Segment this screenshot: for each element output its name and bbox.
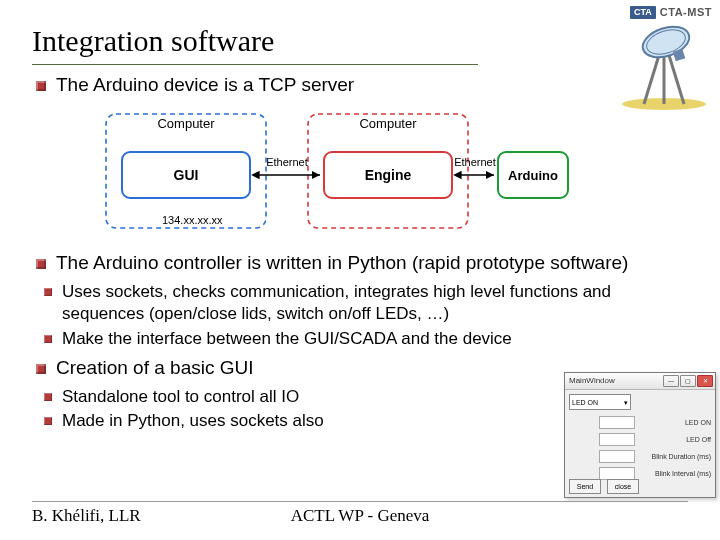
diagram-ethernet-2: Ethernet [454, 156, 496, 168]
diagram-engine-label: Engine [365, 167, 412, 183]
gui-field-3 [599, 450, 635, 463]
brand-tag: CTA [630, 6, 656, 19]
gui-body: LED ON ▾ LED ON LED Off Blink Duration (… [565, 390, 715, 488]
bullet-2-sub-1: Uses sockets, checks communication, inte… [44, 281, 684, 325]
minimize-icon: — [663, 375, 679, 387]
footer-center: ACTL WP - Geneva [251, 506, 470, 526]
architecture-diagram: Computer Computer GUI Engine Arduino Eth… [102, 110, 572, 235]
gui-screenshot: MainWindow — ▢ ✕ LED ON ▾ LED ON LED Off… [564, 372, 716, 498]
gui-row-4: Blink Interval (ms) [639, 470, 711, 477]
brand-text: CTA-MST [660, 7, 712, 18]
footer: B. Khélifi, LLR ACTL WP - Geneva [32, 506, 688, 526]
diagram-gui-label: GUI [174, 167, 199, 183]
gui-row-1: LED ON [639, 419, 711, 426]
gui-window-title: MainWindow [567, 377, 662, 385]
footer-rule [32, 501, 688, 502]
diagram-computer-right: Computer [359, 116, 417, 131]
diagram-arduino-label: Arduino [508, 168, 558, 183]
close-icon: ✕ [697, 375, 713, 387]
bullet-2: The Arduino controller is written in Pyt… [36, 251, 684, 276]
telescope-illustration [614, 24, 714, 112]
diagram-ethernet-1: Ethernet [266, 156, 308, 168]
diagram-ip: 134.xx.xx.xx [162, 214, 223, 226]
bullet-2-sub-2: Make the interface between the GUI/SCADA… [44, 328, 684, 350]
bullet-1: The Arduino device is a TCP server [36, 73, 684, 98]
gui-row-2: LED Off [639, 436, 711, 443]
gui-titlebar: MainWindow — ▢ ✕ [565, 373, 715, 390]
title-underline [32, 64, 478, 65]
gui-field-2 [599, 433, 635, 446]
brand-logo: CTA CTA-MST [630, 6, 712, 19]
gui-row-3: Blink Duration (ms) [639, 453, 711, 460]
gui-combo: LED ON ▾ [569, 394, 631, 410]
maximize-icon: ▢ [680, 375, 696, 387]
gui-field-1 [599, 416, 635, 429]
footer-right [469, 506, 688, 526]
slide-title: Integration software [32, 18, 688, 60]
footer-left: B. Khélifi, LLR [32, 506, 251, 526]
gui-combo-value: LED ON [572, 399, 598, 406]
slide: CTA CTA-MST Integration software The Ard… [0, 0, 720, 540]
chevron-down-icon: ▾ [624, 399, 628, 406]
gui-close-button: close [607, 479, 639, 494]
gui-send-button: Send [569, 479, 601, 494]
diagram-computer-left: Computer [157, 116, 215, 131]
